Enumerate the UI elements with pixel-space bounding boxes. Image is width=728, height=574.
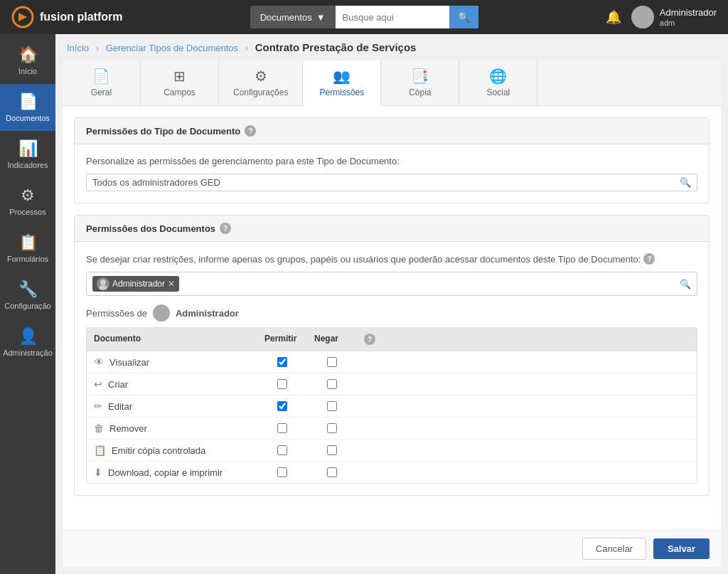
- section-documentos: Permissões dos Documentos ? Se desejar c…: [74, 215, 710, 496]
- svg-point-5: [158, 307, 165, 314]
- table-row: ✏ Editar: [87, 395, 697, 418]
- breadcrumb-gerenciar[interactable]: Gerenciar Tipos de Documentos: [106, 43, 238, 53]
- permissions-table: Documento Permitir Negar ? 👁 Visualizar: [86, 327, 697, 484]
- navbar-right: 🔔 Administrador adm: [606, 6, 717, 28]
- svg-point-6: [156, 315, 167, 321]
- svg-point-3: [100, 280, 106, 285]
- help-col[interactable]: ?: [357, 328, 371, 351]
- navbar-center: Documentos ▼ 🔍: [250, 6, 478, 28]
- indicators-icon: 📊: [18, 139, 38, 158]
- forms-icon: 📋: [18, 233, 38, 252]
- sidebar-item-administracao[interactable]: 👤 Administração: [0, 319, 55, 366]
- search-button[interactable]: 🔍: [449, 6, 478, 28]
- avatar: [631, 6, 654, 28]
- search-box: 🔍: [336, 6, 478, 28]
- breadcrumb-inicio[interactable]: Início: [67, 43, 89, 53]
- sidebar-item-inicio[interactable]: 🏠 Início: [0, 37, 55, 84]
- home-icon: 🏠: [18, 46, 38, 64]
- criar-permitir[interactable]: [277, 379, 287, 389]
- permissoes-icon: 👥: [333, 68, 350, 85]
- documents-icon: 📄: [18, 92, 38, 111]
- help-icon-table[interactable]: ?: [364, 334, 375, 345]
- tag-administrador: Administrador ✕: [92, 276, 179, 292]
- tab-geral[interactable]: 📄 Geral: [63, 60, 141, 105]
- editar-negar[interactable]: [327, 401, 337, 411]
- footer: Cancelar Salvar: [63, 530, 721, 567]
- breadcrumb: Início › Gerenciar Tipos de Documentos ›…: [55, 34, 728, 60]
- help-icon-docs[interactable]: ?: [220, 223, 231, 234]
- tab-campos[interactable]: ⊞ Campos: [141, 60, 219, 105]
- tipo-documento-input[interactable]: Todos os administradores GED 🔍: [86, 174, 697, 191]
- tab-content: Permissões do Tipo de Documento ? Person…: [63, 106, 721, 530]
- save-button[interactable]: Salvar: [653, 538, 710, 559]
- copia-icon: 📑: [411, 68, 429, 85]
- search-icon: 🔍: [680, 177, 691, 188]
- table-row: 🗑 Remover: [87, 418, 697, 440]
- app-body: 🏠 Início 📄 Documentos 📊 Indicadores ⚙ Pr…: [0, 34, 728, 574]
- sidebar-item-indicadores[interactable]: 📊 Indicadores: [0, 131, 55, 178]
- editar-permitir[interactable]: [277, 401, 287, 411]
- download-permitir[interactable]: [277, 467, 287, 477]
- visualizar-negar[interactable]: [327, 357, 337, 367]
- geral-icon: 📄: [92, 68, 110, 85]
- svg-point-2: [635, 21, 651, 28]
- logo: fusion platform: [11, 6, 122, 28]
- view-icon: 👁: [94, 356, 104, 368]
- campos-icon: ⊞: [173, 68, 186, 85]
- admin-icon: 👤: [18, 327, 38, 346]
- criar-icon: ↩: [94, 378, 102, 390]
- table-header: Documento Permitir Negar ?: [87, 328, 697, 351]
- tab-permissoes[interactable]: 👥 Permissões: [303, 60, 381, 106]
- tab-social[interactable]: 🌐 Social: [459, 60, 537, 105]
- processes-icon: ⚙: [21, 186, 35, 205]
- sidebar-item-documentos[interactable]: 📄 Documentos: [0, 84, 55, 131]
- tags-search-icon: 🔍: [680, 279, 691, 289]
- cancel-button[interactable]: Cancelar: [582, 538, 646, 560]
- editar-icon: ✏: [94, 400, 102, 412]
- navbar: fusion platform Documentos ▼ 🔍 🔔 Adminis…: [0, 0, 728, 34]
- section-docs-body: Se desejar criar restrições, informe ape…: [75, 242, 709, 495]
- tab-copia[interactable]: 📑 Cópia: [381, 60, 459, 105]
- main-content: Início › Gerenciar Tipos de Documentos ›…: [55, 34, 728, 574]
- content-area: 📄 Geral ⊞ Campos ⚙ Configurações 👥 Permi…: [63, 60, 721, 567]
- logo-icon: [11, 6, 34, 28]
- tag-avatar: [97, 277, 109, 290]
- config-icon: 🔧: [18, 280, 38, 299]
- app-title: fusion platform: [40, 11, 122, 23]
- copia-ctrl-permitir[interactable]: [277, 445, 287, 455]
- visualizar-permitir[interactable]: [277, 357, 287, 367]
- copia-ctrl-negar[interactable]: [327, 445, 337, 455]
- table-row: 👁 Visualizar: [87, 351, 697, 373]
- tag-close-icon[interactable]: ✕: [168, 279, 175, 289]
- chevron-down-icon: ▼: [316, 12, 326, 23]
- table-row: ⬇ Download, copiar e imprimir: [87, 462, 697, 483]
- sidebar: 🏠 Início 📄 Documentos 📊 Indicadores ⚙ Pr…: [0, 34, 55, 574]
- sidebar-item-configuracao[interactable]: 🔧 Configuração: [0, 272, 55, 319]
- table-row: 📋 Emitir cópia controlada: [87, 440, 697, 462]
- breadcrumb-current: Contrato Prestação de Serviços: [255, 41, 417, 53]
- tipo-documento-text[interactable]: Todos os administradores GED: [92, 177, 680, 188]
- svg-point-1: [638, 9, 648, 19]
- social-icon: 🌐: [489, 68, 507, 85]
- criar-negar[interactable]: [327, 379, 337, 389]
- user-menu[interactable]: Administrador adm: [631, 6, 717, 28]
- remover-icon: 🗑: [94, 422, 104, 434]
- users-tags-input[interactable]: Administrador ✕ 🔍: [86, 272, 697, 296]
- remover-negar[interactable]: [327, 423, 337, 433]
- remover-permitir[interactable]: [277, 423, 287, 433]
- configuracoes-icon: ⚙: [255, 68, 267, 85]
- svg-point-4: [99, 285, 107, 290]
- section-tipo-header: Permissões do Tipo de Documento ?: [75, 118, 709, 144]
- sidebar-item-formularios[interactable]: 📋 Formulários: [0, 225, 55, 272]
- user-details: Administrador adm: [660, 7, 717, 27]
- download-negar[interactable]: [327, 467, 337, 477]
- perm-user-avatar: [153, 304, 170, 321]
- help-icon-tipo[interactable]: ?: [245, 125, 256, 137]
- notification-bell-icon[interactable]: 🔔: [606, 9, 621, 25]
- tab-configuracoes[interactable]: ⚙ Configurações: [219, 60, 303, 105]
- help-icon-desc[interactable]: ?: [643, 253, 655, 265]
- nav-dropdown[interactable]: Documentos ▼: [250, 6, 336, 28]
- tabs: 📄 Geral ⊞ Campos ⚙ Configurações 👥 Permi…: [63, 60, 721, 106]
- sidebar-item-processos[interactable]: ⚙ Processos: [0, 178, 55, 225]
- search-input[interactable]: [336, 6, 449, 28]
